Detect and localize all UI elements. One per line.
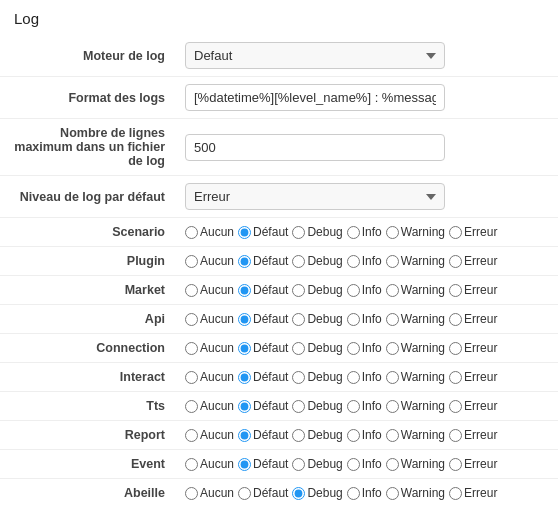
- radio-label: Warning: [401, 283, 445, 297]
- radio-erreur[interactable]: [449, 226, 462, 239]
- radio-debug[interactable]: [292, 429, 305, 442]
- radio-info[interactable]: [347, 284, 360, 297]
- radio-warning[interactable]: [386, 284, 399, 297]
- radio-debug[interactable]: [292, 313, 305, 326]
- radio-item: Aucun: [185, 457, 234, 471]
- radio-item: Debug: [292, 312, 342, 326]
- radio-group: AucunDéfautDebugInfoWarningErreur: [185, 457, 548, 471]
- radio-group: AucunDéfautDebugInfoWarningErreur: [185, 254, 548, 268]
- radio-label: Info: [362, 254, 382, 268]
- radio-erreur[interactable]: [449, 400, 462, 413]
- radio-label: Debug: [307, 312, 342, 326]
- lignes-label: Nombre de lignes maximum dans un fichier…: [0, 119, 175, 176]
- radio-défaut[interactable]: [238, 255, 251, 268]
- radio-item: Debug: [292, 370, 342, 384]
- radio-erreur[interactable]: [449, 313, 462, 326]
- radio-label: Debug: [307, 486, 342, 500]
- radio-warning[interactable]: [386, 371, 399, 384]
- radio-info[interactable]: [347, 255, 360, 268]
- radio-info[interactable]: [347, 313, 360, 326]
- radio-item: Warning: [386, 312, 445, 326]
- radio-item: Défaut: [238, 428, 288, 442]
- radio-debug[interactable]: [292, 342, 305, 355]
- lignes-row: Nombre de lignes maximum dans un fichier…: [0, 119, 558, 176]
- radio-aucun[interactable]: [185, 342, 198, 355]
- radio-erreur[interactable]: [449, 458, 462, 471]
- radio-info[interactable]: [347, 487, 360, 500]
- radio-debug[interactable]: [292, 226, 305, 239]
- format-input[interactable]: [185, 84, 445, 111]
- radio-erreur[interactable]: [449, 371, 462, 384]
- radio-item: Info: [347, 283, 382, 297]
- radio-défaut[interactable]: [238, 313, 251, 326]
- radio-item: Debug: [292, 225, 342, 239]
- radio-label: Info: [362, 225, 382, 239]
- radio-warning[interactable]: [386, 487, 399, 500]
- radio-info[interactable]: [347, 371, 360, 384]
- radio-défaut[interactable]: [238, 429, 251, 442]
- radio-warning[interactable]: [386, 458, 399, 471]
- radio-erreur[interactable]: [449, 284, 462, 297]
- radio-label: Debug: [307, 254, 342, 268]
- radio-aucun[interactable]: [185, 400, 198, 413]
- radio-item: Warning: [386, 370, 445, 384]
- moteur-row: Moteur de log Defaut: [0, 35, 558, 77]
- radio-warning[interactable]: [386, 255, 399, 268]
- radio-aucun[interactable]: [185, 487, 198, 500]
- radio-aucun[interactable]: [185, 226, 198, 239]
- radio-aucun[interactable]: [185, 429, 198, 442]
- log-row: TtsAucunDéfautDebugInfoWarningErreur: [0, 392, 558, 421]
- radio-défaut[interactable]: [238, 458, 251, 471]
- radio-label: Erreur: [464, 486, 497, 500]
- radio-warning[interactable]: [386, 342, 399, 355]
- radio-défaut[interactable]: [238, 371, 251, 384]
- radio-warning[interactable]: [386, 429, 399, 442]
- radio-warning[interactable]: [386, 313, 399, 326]
- log-row: ReportAucunDéfautDebugInfoWarningErreur: [0, 421, 558, 450]
- moteur-select[interactable]: Defaut: [185, 42, 445, 69]
- radio-debug[interactable]: [292, 400, 305, 413]
- radio-info[interactable]: [347, 429, 360, 442]
- format-label: Format des logs: [0, 77, 175, 119]
- radio-label: Info: [362, 486, 382, 500]
- radio-info[interactable]: [347, 400, 360, 413]
- radio-défaut[interactable]: [238, 342, 251, 355]
- radio-défaut[interactable]: [238, 226, 251, 239]
- radio-item: Debug: [292, 283, 342, 297]
- radio-défaut[interactable]: [238, 284, 251, 297]
- radio-label: Debug: [307, 428, 342, 442]
- radio-aucun[interactable]: [185, 371, 198, 384]
- radio-debug[interactable]: [292, 284, 305, 297]
- log-row: ScenarioAucunDéfautDebugInfoWarningErreu…: [0, 218, 558, 247]
- log-row: ConnectionAucunDéfautDebugInfoWarningErr…: [0, 334, 558, 363]
- niveau-select[interactable]: Erreur Warning Info Debug Défaut Aucun: [185, 183, 445, 210]
- radio-debug[interactable]: [292, 487, 305, 500]
- radio-défaut[interactable]: [238, 400, 251, 413]
- radio-erreur[interactable]: [449, 342, 462, 355]
- radio-debug[interactable]: [292, 371, 305, 384]
- radio-info[interactable]: [347, 458, 360, 471]
- radio-debug[interactable]: [292, 458, 305, 471]
- radio-erreur[interactable]: [449, 255, 462, 268]
- radio-item: Debug: [292, 341, 342, 355]
- radio-label: Erreur: [464, 399, 497, 413]
- radio-info[interactable]: [347, 342, 360, 355]
- radio-label: Erreur: [464, 428, 497, 442]
- radio-info[interactable]: [347, 226, 360, 239]
- radio-aucun[interactable]: [185, 284, 198, 297]
- radio-debug[interactable]: [292, 255, 305, 268]
- radio-group: AucunDéfautDebugInfoWarningErreur: [185, 225, 548, 239]
- radio-aucun[interactable]: [185, 255, 198, 268]
- radio-label: Aucun: [200, 312, 234, 326]
- radio-erreur[interactable]: [449, 429, 462, 442]
- radio-item: Erreur: [449, 283, 497, 297]
- radio-aucun[interactable]: [185, 458, 198, 471]
- radio-erreur[interactable]: [449, 487, 462, 500]
- radio-warning[interactable]: [386, 400, 399, 413]
- radio-item: Debug: [292, 254, 342, 268]
- radio-défaut[interactable]: [238, 487, 251, 500]
- radio-aucun[interactable]: [185, 313, 198, 326]
- lignes-input[interactable]: [185, 134, 445, 161]
- radio-warning[interactable]: [386, 226, 399, 239]
- radio-item: Défaut: [238, 399, 288, 413]
